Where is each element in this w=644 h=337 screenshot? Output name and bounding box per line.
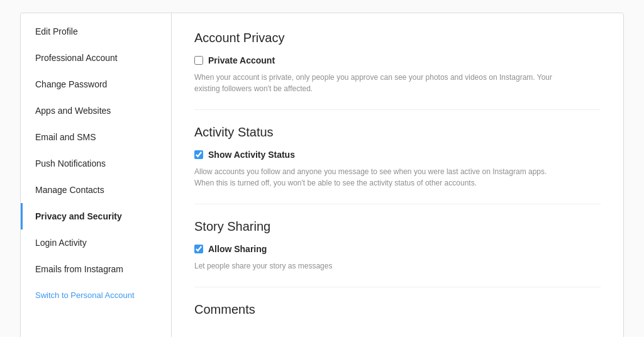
- checkbox-row-allow-sharing: Allow Sharing: [194, 244, 601, 254]
- sidebar-item-manage-contacts[interactable]: Manage Contacts: [21, 177, 171, 203]
- sidebar-item-emails-from-instagram[interactable]: Emails from Instagram: [21, 256, 171, 282]
- checkbox-label-private-account: Private Account: [208, 55, 275, 65]
- sidebar-item-login-activity[interactable]: Login Activity: [21, 229, 171, 256]
- checkbox-private-account[interactable]: [194, 56, 203, 65]
- section-description-account-privacy: When your account is private, only peopl…: [194, 72, 559, 94]
- section-title-activity-status: Activity Status: [194, 125, 601, 140]
- sidebar-item-push-notifications[interactable]: Push Notifications: [21, 150, 171, 177]
- section-title-comments: Comments: [194, 302, 601, 317]
- sidebar-item-privacy-and-security[interactable]: Privacy and Security: [21, 203, 171, 229]
- checkbox-row-show-activity-status: Show Activity Status: [194, 150, 601, 160]
- divider-story-sharing: [194, 287, 601, 287]
- checkbox-label-show-activity-status: Show Activity Status: [208, 150, 295, 160]
- section-account-privacy: Account PrivacyPrivate AccountWhen your …: [194, 31, 601, 94]
- section-story-sharing: Story SharingAllow SharingLet people sha…: [194, 219, 601, 272]
- section-description-story-sharing: Let people share your story as messages: [194, 260, 559, 272]
- sidebar-item-professional-account[interactable]: Professional Account: [21, 45, 171, 71]
- sidebar-item-apps-and-websites[interactable]: Apps and Websites: [21, 97, 171, 124]
- checkbox-allow-sharing[interactable]: [194, 245, 203, 253]
- sidebar-item-switch-to-personal[interactable]: Switch to Personal Account: [21, 282, 171, 308]
- section-description-activity-status: Allow accounts you follow and anyone you…: [194, 166, 559, 189]
- divider-account-privacy: [194, 109, 601, 110]
- checkbox-row-private-account: Private Account: [194, 55, 601, 65]
- section-activity-status: Activity StatusShow Activity StatusAllow…: [194, 125, 601, 189]
- sidebar-item-edit-profile[interactable]: Edit Profile: [21, 18, 171, 45]
- checkbox-show-activity-status[interactable]: [194, 150, 203, 159]
- sidebar-item-email-and-sms[interactable]: Email and SMS: [21, 124, 171, 150]
- section-title-account-privacy: Account Privacy: [194, 31, 601, 45]
- sidebar-item-change-password[interactable]: Change Password: [21, 71, 171, 97]
- sidebar: Edit ProfileProfessional AccountChange P…: [21, 13, 172, 337]
- section-comments: Comments: [194, 302, 601, 317]
- checkbox-label-allow-sharing: Allow Sharing: [208, 244, 267, 254]
- main-content: Account PrivacyPrivate AccountWhen your …: [172, 13, 623, 337]
- section-title-story-sharing: Story Sharing: [194, 219, 601, 234]
- settings-container: Edit ProfileProfessional AccountChange P…: [20, 13, 624, 337]
- divider-activity-status: [194, 204, 601, 204]
